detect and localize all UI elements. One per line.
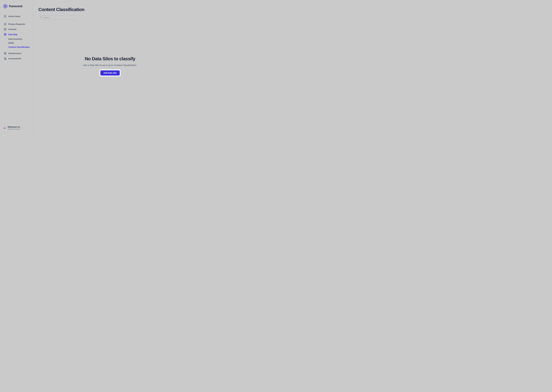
- sidebar-item-consent[interactable]: Consent: [0, 27, 33, 32]
- search-icon: [40, 16, 42, 19]
- consent-icon: [4, 28, 7, 31]
- brand-logo[interactable]: Transcend: [0, 4, 33, 8]
- svg-point-1: [5, 6, 6, 7]
- brand-name: Transcend: [9, 5, 22, 8]
- sidebar-item-label: Infrastructure: [8, 52, 22, 55]
- svg-point-8: [5, 59, 6, 59]
- car-icon: [3, 126, 6, 130]
- search-input[interactable]: [43, 16, 76, 19]
- org-switcher[interactable]: Rideshare Co. Katherine Barrow ⌄: [3, 126, 30, 130]
- svg-rect-3: [4, 28, 6, 30]
- lightning-icon: [4, 15, 7, 18]
- svg-point-9: [4, 128, 4, 128]
- sidebar-item-label: Privacy Requests: [8, 23, 25, 25]
- sidebar-subitem-ropa[interactable]: ROPA: [8, 41, 33, 45]
- sidebar-item-action-items[interactable]: Action Items: [0, 14, 33, 19]
- org-name: Rideshare Co.: [8, 126, 20, 128]
- globe-icon: [4, 33, 7, 36]
- sidebar-subitem-label: Data Inventory: [8, 38, 22, 40]
- sidebar-item-label: Assessments: [8, 57, 21, 60]
- org-user: Katherine Barrow: [8, 128, 20, 130]
- svg-point-10: [5, 128, 5, 128]
- empty-state: No Data Silos to classify Add a Data Sil…: [74, 56, 146, 76]
- sidebar-subitem-label: Content Classification: [8, 46, 30, 48]
- sidebar-submenu-data-map: Data Inventory ROPA Content Classificati…: [0, 37, 33, 49]
- empty-state-title: No Data Silos to classify: [74, 56, 146, 62]
- sidebar-item-label: Consent: [8, 28, 16, 30]
- sidebar-item-assessments[interactable]: Assessments: [0, 56, 33, 61]
- svg-point-12: [40, 16, 41, 18]
- chat-check-icon: [4, 23, 7, 26]
- sidebar-subitem-content-classification[interactable]: Content Classification: [8, 45, 33, 49]
- cta-highlight: Add Data Silo: [100, 70, 121, 77]
- search-box[interactable]: [38, 15, 78, 20]
- svg-point-4: [5, 29, 5, 29]
- sidebar-subitem-data-inventory[interactable]: Data Inventory: [8, 37, 33, 41]
- page-title: Content Classification: [38, 7, 182, 12]
- sidebar-item-infrastructure[interactable]: Infrastructure: [0, 51, 33, 56]
- svg-rect-11: [4, 127, 5, 128]
- svg-point-5: [5, 29, 6, 29]
- main-content: Content Classification No Data Silos to …: [33, 0, 187, 133]
- sidebar-item-data-map[interactable]: Data Map: [0, 32, 33, 37]
- transcend-logo-icon: [3, 4, 7, 8]
- document-search-icon: [4, 57, 7, 60]
- sidebar-nav: Action Items Privacy Requests: [0, 14, 33, 61]
- chevron-down-icon: ⌄: [22, 127, 23, 129]
- sidebar-item-label: Data Map: [8, 33, 17, 35]
- sidebar-subitem-label: ROPA: [8, 42, 14, 44]
- add-data-silo-button[interactable]: Add Data Silo: [100, 70, 120, 76]
- cube-icon: [4, 52, 7, 55]
- sidebar-item-privacy-requests[interactable]: Privacy Requests: [0, 21, 33, 27]
- sidebar-item-label: Action Items: [8, 15, 20, 18]
- sidebar: Transcend Action Items: [0, 0, 33, 133]
- empty-state-description: Add a Data Silo to set it up for Content…: [74, 64, 146, 67]
